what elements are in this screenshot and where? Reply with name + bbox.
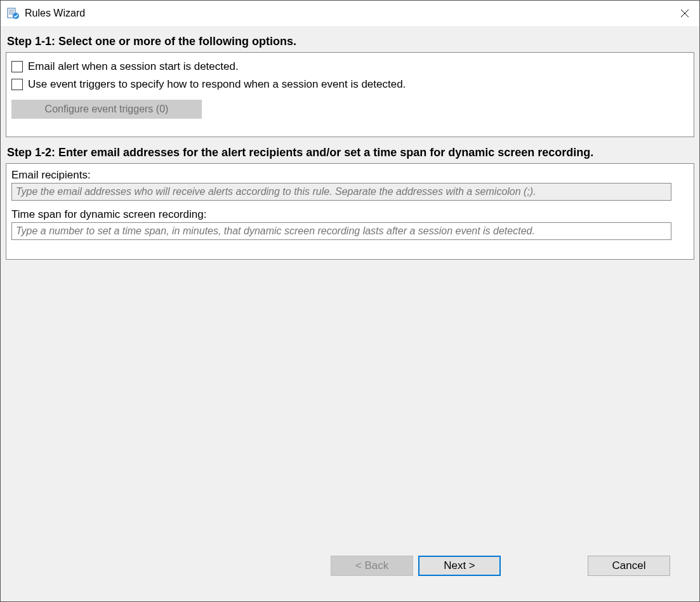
timespan-input[interactable] [11,222,671,240]
titlebar: Rules Wizard [1,1,699,26]
email-recipients-input [11,183,671,201]
step-1-1-panel: Email alert when a session start is dete… [6,52,694,137]
wizard-button-bar: < Back Next > Cancel [1,554,699,577]
svg-point-4 [13,13,19,19]
rules-wizard-window: Rules Wizard Step 1-1: Select one or mor… [0,0,700,602]
option-email-alert-label: Email alert when a session start is dete… [28,60,239,73]
option-event-triggers-row: Use event triggers to specify how to res… [11,76,689,93]
back-button: < Back [331,556,413,576]
step-1-2-heading: Step 1-2: Enter email addresses for the … [1,137,699,163]
option-email-alert-row: Email alert when a session start is dete… [11,58,689,76]
option-event-triggers-label: Use event triggers to specify how to res… [28,78,406,91]
close-button[interactable] [670,1,699,26]
next-button[interactable]: Next > [418,556,501,576]
step-1-2-panel: Email recipients: Time span for dynamic … [6,163,694,260]
timespan-label: Time span for dynamic screen recording: [11,207,689,222]
checkbox-event-triggers[interactable] [11,79,23,90]
client-area: Step 1-1: Select one or more of the foll… [1,26,699,601]
configure-event-triggers-button: Configure event triggers (0) [11,100,202,119]
close-icon [680,9,689,18]
wizard-icon [7,7,20,20]
email-recipients-label: Email recipients: [11,168,689,183]
window-title: Rules Wizard [25,8,85,19]
step-1-1-heading: Step 1-1: Select one or more of the foll… [1,26,699,52]
cancel-button[interactable]: Cancel [588,556,670,576]
checkbox-email-alert[interactable] [11,61,23,72]
